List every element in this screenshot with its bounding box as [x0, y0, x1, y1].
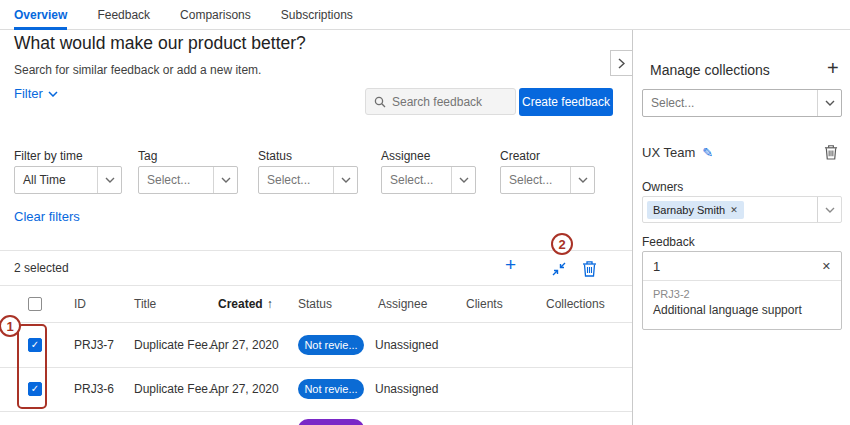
tab-comparisons[interactable]: Comparisons: [180, 0, 251, 30]
filter-assignee-value: Select...: [382, 173, 433, 187]
chevron-down-icon: [817, 197, 841, 222]
chevron-right-icon: [618, 58, 625, 69]
filter-label-creator: Creator: [500, 149, 540, 163]
filter-creator-value: Select...: [501, 173, 552, 187]
feedback-count-row: 1 ✕: [643, 252, 841, 281]
col-created-label: Created: [218, 297, 263, 311]
feedback-box: 1 ✕ PRJ3-2 Additional language support: [642, 251, 842, 330]
search-icon: [374, 96, 386, 108]
search-box: [365, 88, 516, 115]
chevron-down-icon: [97, 167, 121, 193]
remove-owner-icon[interactable]: ✕: [730, 205, 738, 215]
filter-assignee-select[interactable]: Select...: [381, 166, 476, 194]
check-icon: ✓: [31, 384, 39, 394]
row-created: Apr 27, 2020: [210, 382, 279, 396]
filter-creator-select[interactable]: Select...: [500, 166, 595, 194]
row-checkbox[interactable]: ✓: [28, 382, 42, 396]
tab-subscriptions[interactable]: Subscriptions: [281, 0, 353, 30]
feedback-count: 1: [653, 259, 660, 274]
divider: [0, 285, 632, 286]
owners-select[interactable]: Barnaby Smith ✕: [642, 196, 842, 223]
delete-collection-icon[interactable]: [824, 144, 838, 160]
filter-time-select[interactable]: All Time: [14, 166, 122, 194]
collection-header: UX Team ✎: [642, 145, 713, 160]
tab-feedback[interactable]: Feedback: [97, 0, 150, 30]
collection-select-value: Select...: [643, 96, 694, 110]
sort-asc-icon: ↑: [267, 297, 273, 311]
divider: [0, 322, 632, 323]
col-assignee: Assignee: [378, 297, 427, 311]
chevron-down-icon: [451, 167, 475, 193]
clear-filters-link[interactable]: Clear filters: [14, 209, 80, 224]
row-assignee: Unassigned: [375, 382, 438, 396]
status-badge: [298, 419, 364, 425]
select-all-checkbox[interactable]: [28, 297, 42, 311]
filter-label-assignee: Assignee: [381, 149, 430, 163]
chevron-down-icon: [570, 167, 594, 193]
filter-time-value: All Time: [15, 173, 66, 187]
status-badge: Not revie...: [298, 379, 364, 399]
feedback-item[interactable]: PRJ3-2 Additional language support: [643, 281, 841, 324]
clear-feedback-icon[interactable]: ✕: [822, 260, 831, 273]
delete-icon[interactable]: [582, 260, 597, 277]
divider: [0, 367, 632, 368]
filter-toggle-label: Filter: [14, 86, 43, 101]
row-assignee: Unassigned: [375, 338, 438, 352]
filter-tag-value: Select...: [139, 173, 190, 187]
feedback-label: Feedback: [642, 235, 695, 249]
col-created[interactable]: Created ↑: [218, 297, 273, 311]
page-title: What would make our product better?: [14, 33, 306, 54]
filter-toggle[interactable]: Filter: [14, 86, 58, 101]
chevron-down-icon: [48, 91, 58, 97]
filter-label-tag: Tag: [138, 149, 157, 163]
col-id: ID: [74, 297, 86, 311]
row-title: Duplicate Fee...: [134, 382, 218, 396]
collection-name: UX Team: [642, 145, 695, 160]
add-collection-icon[interactable]: +: [827, 58, 839, 78]
annotation-step-2: 2: [551, 233, 573, 255]
col-status: Status: [298, 297, 332, 311]
filter-tag-select[interactable]: Select...: [138, 166, 238, 194]
row-id-link[interactable]: PRJ3-6: [74, 382, 114, 396]
search-input[interactable]: [392, 95, 504, 109]
col-clients: Clients: [466, 297, 503, 311]
manage-collections-title: Manage collections: [650, 62, 770, 78]
tab-bar: Overview Feedback Comparisons Subscripti…: [0, 0, 850, 30]
status-badge: Not revie...: [298, 335, 364, 355]
divider: [0, 250, 632, 251]
filter-label-time: Filter by time: [14, 149, 83, 163]
col-title: Title: [134, 297, 156, 311]
row-id-link[interactable]: PRJ3-7: [74, 338, 114, 352]
owner-chip: Barnaby Smith ✕: [647, 201, 744, 219]
create-feedback-button[interactable]: Create feedback: [519, 88, 613, 116]
owners-label: Owners: [642, 180, 683, 194]
edit-icon[interactable]: ✎: [702, 146, 713, 159]
filter-status-select[interactable]: Select...: [258, 166, 358, 194]
add-to-collection-icon[interactable]: +: [505, 255, 516, 274]
chevron-down-icon: [817, 90, 841, 116]
collapse-panel-button[interactable]: [610, 50, 633, 76]
filter-label-status: Status: [258, 149, 292, 163]
tab-overview[interactable]: Overview: [14, 0, 67, 30]
page-subtitle: Search for similar feedback or add a new…: [14, 63, 261, 77]
annotation-step-1: 1: [0, 315, 21, 337]
selected-count: 2 selected: [14, 261, 69, 275]
row-created: Apr 27, 2020: [210, 338, 279, 352]
feedback-item-title: Additional language support: [653, 303, 831, 317]
chevron-down-icon: [213, 167, 237, 193]
row-checkbox[interactable]: ✓: [28, 338, 42, 352]
filter-status-value: Select...: [259, 173, 310, 187]
check-icon: ✓: [31, 340, 39, 350]
col-collections: Collections: [546, 297, 605, 311]
feedback-item-id: PRJ3-2: [653, 288, 831, 300]
owner-chip-label: Barnaby Smith: [653, 204, 725, 216]
panel-divider: [632, 30, 633, 425]
collapse-icon[interactable]: [551, 261, 567, 277]
divider: [0, 411, 632, 412]
collection-select[interactable]: Select...: [642, 89, 842, 117]
chevron-down-icon: [333, 167, 357, 193]
row-title: Duplicate Fee...: [134, 338, 218, 352]
